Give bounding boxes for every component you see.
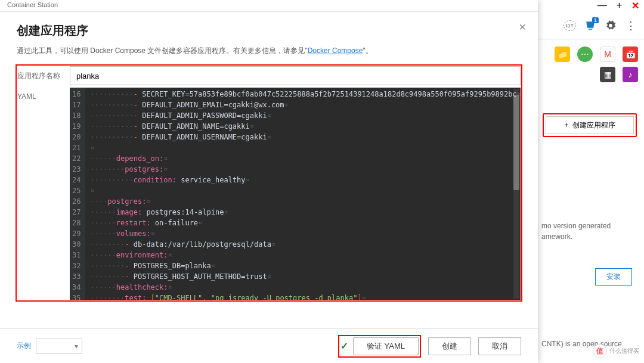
side-description: mo version generated amework. <box>541 221 637 242</box>
gmail-icon[interactable]: M <box>600 46 615 62</box>
app-name-input[interactable] <box>70 66 521 85</box>
maximize-button[interactable]: + <box>614 0 624 11</box>
modal-close-icon[interactable]: × <box>519 20 526 34</box>
scroll-thumb[interactable] <box>513 95 519 190</box>
create-app-side-label: 创建应用程序 <box>572 120 615 131</box>
modal-description: 通过此工具，可以使用 Docker Compose 文件创建多容器应用程序。有关… <box>0 46 538 64</box>
create-button[interactable]: 创建 <box>428 337 471 355</box>
example-dropdown[interactable]: ▾ <box>36 339 82 354</box>
desktop-icons-area: 📁 ⋯ M 📅 ▦ ♪ <box>543 46 638 87</box>
create-app-highlight: + 创建应用程序 <box>543 113 637 137</box>
folder-icon[interactable]: 📁 <box>555 46 570 62</box>
watermark-logo: 值 <box>593 344 607 358</box>
music-icon[interactable]: ♪ <box>623 67 638 82</box>
watermark: 值 什么值得买 <box>593 344 639 358</box>
yaml-label: YAML <box>17 88 70 101</box>
window-controls: — + ✕ <box>595 0 642 11</box>
validate-highlight: ✓ 验证 YAML <box>338 335 421 358</box>
iot-icon[interactable]: IoT <box>564 20 576 31</box>
chat-icon[interactable]: ⋯ <box>577 46 593 62</box>
install-button[interactable]: 安装 <box>595 268 632 286</box>
create-app-modal: Container Station 创建应用程序 × 通过此工具，可以使用 Do… <box>0 0 538 363</box>
modal-title: 创建应用程序 <box>17 23 521 39</box>
calendar-icon[interactable]: 📅 <box>623 46 638 62</box>
gear-icon[interactable] <box>605 20 617 32</box>
check-icon: ✓ <box>340 340 348 352</box>
notification-badge: 1 <box>592 17 599 23</box>
notification-icon[interactable]: 1 <box>584 20 596 32</box>
create-app-side-button[interactable]: + 创建应用程序 <box>546 116 634 134</box>
close-button[interactable]: ✕ <box>629 0 642 11</box>
yaml-editor[interactable]: 1617181920212223242526272829303132333435… <box>70 88 521 300</box>
cancel-button[interactable]: 取消 <box>478 337 521 355</box>
modal-footer: 示例 ▾ ✓ 验证 YAML 创建 取消 <box>0 328 538 363</box>
example-label: 示例 <box>17 341 31 351</box>
more-icon[interactable]: ⋮ <box>625 20 637 32</box>
app-name-label: 应用程序名称 <box>17 66 70 81</box>
minimize-button[interactable]: — <box>595 0 609 11</box>
video-icon[interactable]: ▦ <box>600 67 615 82</box>
editor-gutter: 1617181920212223242526272829303132333435… <box>70 88 85 300</box>
editor-code[interactable]: ··········- SECRET_KEY=57a853fe89bcf0ab0… <box>85 88 521 300</box>
modal-header: 创建应用程序 × <box>0 12 538 46</box>
docker-compose-link[interactable]: Docker Compose <box>308 46 363 55</box>
validate-yaml-button[interactable]: 验证 YAML <box>353 337 419 355</box>
editor-scrollbar[interactable] <box>513 89 519 299</box>
system-topbar: IoT 1 ⋮ <box>538 12 644 39</box>
plus-icon: + <box>564 121 568 129</box>
app-title-bar: Container Station <box>0 0 538 12</box>
